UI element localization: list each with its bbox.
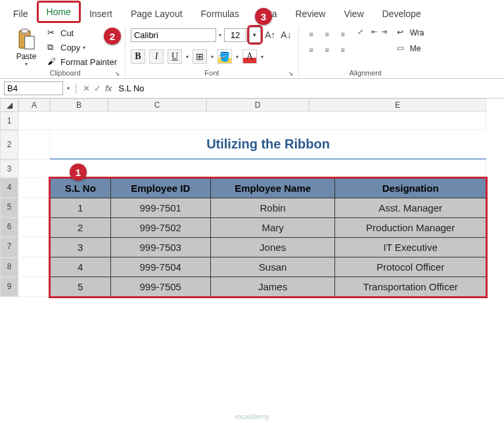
fill-color-button[interactable]: 🪣 <box>218 49 232 64</box>
group-font: ▾ ▾ A↑ A↓ B I U ▾ ⊞ ▾ 🪣 ▾ A ▾ Font↘ <box>126 27 299 77</box>
paintbrush-icon: 🖌 <box>47 56 58 67</box>
group-label-clipboard: Clipboard <box>49 69 80 77</box>
table-header[interactable]: S.L No <box>51 179 111 198</box>
callout-3: 3 <box>255 8 272 25</box>
chevron-down-icon[interactable]: ▾ <box>236 54 239 60</box>
formula-bar: ▾ │ ✕ ✓ fx <box>0 79 504 99</box>
fx-icon[interactable]: fx <box>105 83 112 93</box>
tab-insert[interactable]: Insert <box>81 5 120 23</box>
callout-1: 1 <box>70 164 87 181</box>
chevron-down-icon[interactable]: ▾ <box>67 85 70 91</box>
formula-input[interactable] <box>116 82 500 95</box>
paste-button[interactable]: Paste ▾ <box>11 27 42 67</box>
chevron-down-icon[interactable]: ▾ <box>261 54 263 60</box>
chevron-down-icon[interactable]: ▾ <box>83 45 85 51</box>
table-row: 2999-7502MaryProduction Manager <box>51 218 486 238</box>
chevron-down-icon[interactable]: ▾ <box>219 32 221 38</box>
align-top-button[interactable]: ≡ <box>304 27 319 41</box>
table-header-row: S.L No Employee ID Employee Name Designa… <box>51 179 486 198</box>
merge-icon: ▭ <box>397 43 407 54</box>
tab-formulas[interactable]: Formulas <box>193 5 247 23</box>
row-header[interactable]: 8 <box>0 257 18 277</box>
scissors-icon: ✂ <box>47 28 58 38</box>
row-header[interactable]: 6 <box>0 217 18 237</box>
row-header[interactable]: 9 <box>0 277 18 297</box>
copy-icon: ⧉ <box>47 42 58 53</box>
col-header[interactable]: E <box>309 99 486 112</box>
table-row: 5999-7505JamesTransportation Officer <box>51 277 486 297</box>
tab-page-layout[interactable]: Page Layout <box>123 5 191 23</box>
paste-label: Paste <box>16 52 37 61</box>
increase-font-icon[interactable]: A↑ <box>263 30 277 40</box>
align-middle-button[interactable]: ≡ <box>320 27 334 41</box>
align-bottom-button[interactable]: ≡ <box>336 27 350 41</box>
tab-review[interactable]: Review <box>288 5 334 23</box>
tab-home[interactable]: Home <box>39 3 79 23</box>
increase-indent-button[interactable]: ⇥ <box>380 27 388 37</box>
decrease-indent-button[interactable]: ⇤ <box>371 27 378 37</box>
data-table: S.L No Employee ID Employee Name Designa… <box>50 178 486 297</box>
underline-button[interactable]: U <box>168 49 182 64</box>
table-header[interactable]: Designation <box>335 179 486 198</box>
wrap-text-icon: ↩ <box>397 28 407 38</box>
italic-button[interactable]: I <box>149 49 164 64</box>
align-center-button[interactable]: ≡ <box>320 43 334 57</box>
orientation-button[interactable]: ⤢ <box>357 27 364 37</box>
tab-view[interactable]: View <box>336 5 371 23</box>
bold-button[interactable]: B <box>131 49 145 64</box>
group-label-alignment: Alignment <box>350 69 382 77</box>
clipboard-icon <box>16 28 36 51</box>
table-header[interactable]: Employee ID <box>110 179 210 198</box>
col-header[interactable]: D <box>206 99 309 112</box>
ribbon-body: Paste ▾ ✂ Cut ⧉ Copy ▾ 🖌 Format Painter <box>0 23 504 79</box>
group-label-font: Font <box>204 69 219 77</box>
format-painter-button[interactable]: 🖌 Format Painter <box>45 56 120 68</box>
table-header[interactable]: Employee Name <box>210 179 334 198</box>
chevron-down-icon[interactable]: ▾ <box>211 54 214 60</box>
row-header[interactable]: 2 <box>0 130 18 160</box>
col-header[interactable]: C <box>108 99 206 112</box>
group-alignment: ≡ ≡ ≡ ≡ ≡ ≡ ⤢ ⇤ ⇥ ↩Wra ▭Me Alignment <box>299 27 432 77</box>
row-header[interactable]: 5 <box>0 198 18 217</box>
wrap-text-button[interactable]: ↩Wra <box>394 27 427 39</box>
merge-center-button[interactable]: ▭Me <box>394 43 427 55</box>
row-header[interactable]: 1 <box>0 112 18 130</box>
enter-icon[interactable]: ✓ <box>94 83 101 93</box>
font-size-dropdown[interactable]: ▾ <box>249 27 261 43</box>
table-row: 3999-7503JonesIT Executive <box>51 238 486 257</box>
callout-2: 2 <box>104 28 121 45</box>
worksheet-grid: ◢ A B C D E 1 2 Utilizing the Ribbon 3 1… <box>0 99 504 297</box>
dialog-launcher-icon[interactable]: ↘ <box>288 70 293 77</box>
font-color-button[interactable]: A <box>242 49 257 64</box>
row-header[interactable]: 7 <box>0 237 18 257</box>
table-row: 1999-7501RobinAsst. Manager <box>51 198 486 218</box>
chevron-down-icon[interactable]: ▾ <box>186 54 189 60</box>
svg-rect-1 <box>22 29 28 33</box>
table-row: 4999-7504SusanProtocol Officer <box>51 257 486 277</box>
align-left-button[interactable]: ≡ <box>304 43 319 57</box>
align-right-button[interactable]: ≡ <box>336 43 350 57</box>
row-header[interactable]: 3 <box>0 160 18 178</box>
row-header[interactable]: 4 <box>0 178 18 198</box>
ribbon-tabs: File Home Insert Page Layout Formulas Da… <box>0 0 504 23</box>
font-name-input[interactable] <box>131 28 216 42</box>
cancel-icon[interactable]: ✕ <box>83 83 90 93</box>
svg-rect-2 <box>25 36 35 49</box>
col-header[interactable]: B <box>50 99 108 112</box>
borders-button[interactable]: ⊞ <box>193 49 207 64</box>
watermark: exceldemy <box>235 412 269 420</box>
font-size-input[interactable] <box>224 28 246 42</box>
col-header[interactable]: A <box>18 99 50 112</box>
tab-file[interactable]: File <box>5 5 36 23</box>
dialog-launcher-icon[interactable]: ↘ <box>114 70 120 77</box>
tab-developer[interactable]: Develope <box>375 5 429 23</box>
chevron-down-icon[interactable]: ▾ <box>25 61 28 67</box>
name-box[interactable] <box>4 81 63 95</box>
format-painter-label: Format Painter <box>60 57 117 67</box>
sheet-title[interactable]: Utilizing the Ribbon <box>50 130 486 160</box>
select-all-corner[interactable]: ◢ <box>0 99 18 112</box>
copy-label: Copy <box>60 43 80 53</box>
decrease-font-icon[interactable]: A↓ <box>279 30 292 40</box>
cut-label: Cut <box>60 28 74 38</box>
